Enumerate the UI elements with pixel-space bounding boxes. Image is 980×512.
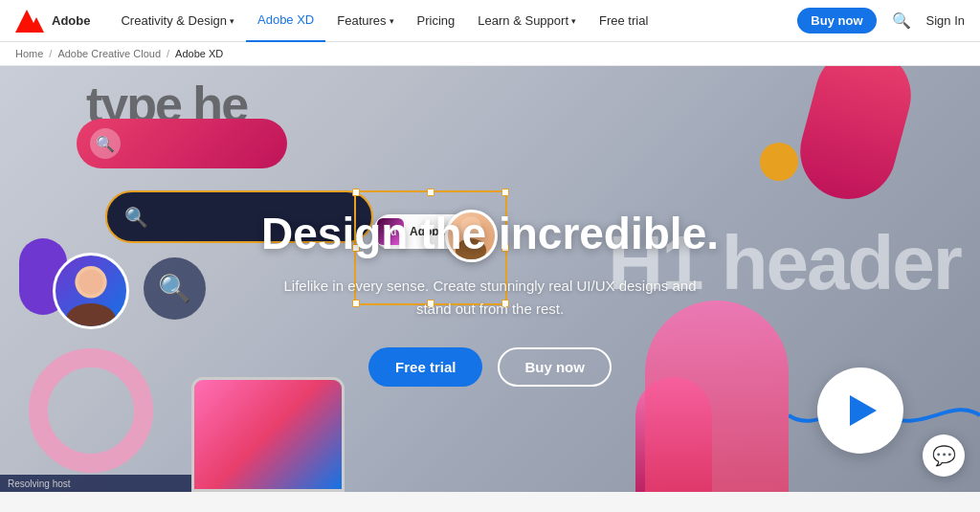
breadcrumb-creative-cloud[interactable]: Adobe Creative Cloud	[57, 48, 161, 59]
free-trial-button[interactable]: Free trial	[368, 347, 482, 387]
search-icon: 🔍	[124, 206, 148, 229]
resolving-host-bar: Resolving host	[0, 475, 191, 492]
nav-right: Buy now 🔍 Sign In	[797, 8, 965, 33]
brand-name: Adobe	[52, 13, 90, 28]
svg-point-5	[66, 303, 116, 329]
avatar-main	[53, 253, 129, 329]
nav-menu: Creativity & Design ▾ Adobe XD Features …	[109, 0, 797, 42]
breadcrumb-separator: /	[167, 48, 169, 59]
tablet-screen	[194, 380, 342, 489]
breadcrumb-home[interactable]: Home	[15, 48, 43, 59]
hero-section: type he H1 header 🔍 🔍 Xd Adobe XD	[0, 66, 980, 492]
selection-handle	[427, 189, 434, 196]
breadcrumb: Home / Adobe Creative Cloud / Adobe XD	[0, 42, 980, 66]
breadcrumb-separator: /	[49, 48, 52, 59]
chevron-down-icon: ▾	[230, 16, 234, 26]
navbar: Adobe Creativity & Design ▾ Adobe XD Fea…	[0, 0, 980, 42]
hero-buttons: Free trial Buy now	[261, 347, 719, 387]
hero-subtitle: Lifelike in every sense. Create stunning…	[279, 275, 701, 321]
search-icon: 🔍	[90, 128, 121, 159]
nav-item-creativity[interactable]: Creativity & Design ▾	[109, 0, 246, 42]
nav-item-adobexd[interactable]: Adobe XD	[246, 0, 325, 42]
play-button[interactable]	[817, 367, 903, 454]
blob-pink-top-right	[790, 66, 922, 210]
tablet-device	[191, 377, 345, 492]
nav-item-learn[interactable]: Learn & Support ▾	[466, 0, 588, 42]
resolving-text: Resolving host	[8, 479, 71, 489]
sign-in-link[interactable]: Sign In	[926, 13, 965, 28]
circle-orange	[760, 143, 798, 181]
nav-item-pricing[interactable]: Pricing	[406, 0, 467, 42]
nav-item-features[interactable]: Features ▾	[325, 0, 405, 42]
buy-now-hero-button[interactable]: Buy now	[498, 347, 612, 387]
adobe-logo[interactable]: Adobe	[15, 10, 90, 33]
chevron-down-icon: ▾	[390, 16, 394, 26]
svg-point-6	[78, 270, 103, 295]
search-icon[interactable]: 🔍	[892, 11, 911, 30]
hero-content: Design the incredible. Lifelike in every…	[261, 210, 719, 388]
buy-now-nav-button[interactable]: Buy now	[797, 8, 876, 33]
search-icon: 🔍	[158, 273, 191, 304]
circle-pink-large	[29, 348, 153, 473]
selection-handle	[352, 189, 360, 196]
chat-bubble-button[interactable]: 💬	[923, 434, 965, 477]
search-pill-red: 🔍	[77, 119, 287, 168]
nav-item-freetrial[interactable]: Free trial	[588, 0, 659, 42]
play-triangle-icon	[850, 395, 877, 426]
chevron-down-icon: ▾	[571, 16, 576, 26]
selection-handle	[501, 189, 509, 196]
breadcrumb-current: Adobe XD	[175, 48, 223, 59]
search-circle-large: 🔍	[144, 257, 206, 320]
hero-title: Design the incredible.	[261, 210, 719, 258]
